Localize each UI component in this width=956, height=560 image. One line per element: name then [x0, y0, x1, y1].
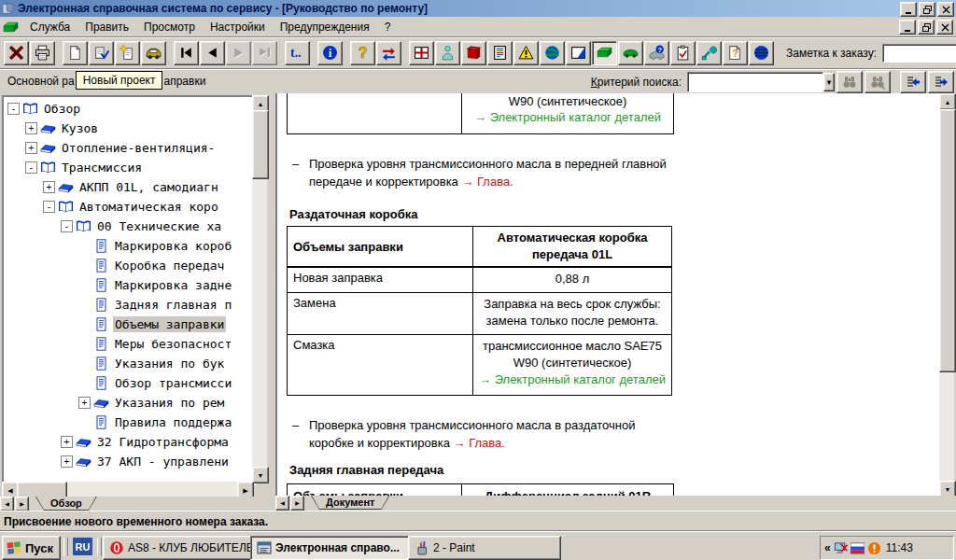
tree-item[interactable]: +Обзор трансмисси: [4, 373, 254, 393]
expand-box-icon[interactable]: +: [78, 397, 91, 409]
tree-item[interactable]: -Трансмиссия: [4, 158, 254, 177]
task-button-2[interactable]: 2 - Paint: [408, 536, 561, 560]
tab-overview[interactable]: Обзор Обзор: [35, 497, 97, 511]
window-grid-icon[interactable]: [409, 41, 434, 65]
order-note-input[interactable]: [882, 44, 956, 63]
list-document-icon[interactable]: [487, 41, 513, 65]
tree-item[interactable]: +Указания по бук: [4, 354, 254, 373]
swap-arrows-icon[interactable]: [376, 41, 401, 65]
collapse-box-icon[interactable]: -: [25, 161, 37, 174]
tree-item[interactable]: +37 АКП - управлени: [4, 452, 254, 471]
person-icon[interactable]: [435, 41, 460, 65]
tree-item[interactable]: +Меры безопасност: [4, 334, 254, 354]
tree-item[interactable]: +32 Гидротрансформа: [4, 432, 254, 452]
tree-item[interactable]: +Маркировка короб: [4, 236, 254, 256]
green-brick-icon[interactable]: [592, 41, 617, 65]
collapse-box-icon[interactable]: -: [7, 103, 20, 115]
collapse-box-icon[interactable]: -: [61, 220, 73, 232]
edit-document-icon[interactable]: [89, 41, 114, 65]
ru-flag-icon[interactable]: [851, 541, 865, 555]
expand-box-icon[interactable]: +: [61, 455, 73, 468]
menu-item-3[interactable]: Настройки: [203, 19, 273, 35]
tree-scroll-thumb[interactable]: [252, 110, 269, 179]
expand-box-icon[interactable]: +: [25, 122, 37, 134]
menu-item-4[interactable]: Предупреждения: [273, 19, 377, 35]
sync-left-icon[interactable]: [900, 71, 926, 93]
panel-splitter[interactable]: [269, 93, 275, 511]
document-vertical-scrollbar[interactable]: ▲ ▼: [939, 93, 954, 496]
doc-tab-scroll-left-icon[interactable]: ◀: [275, 496, 289, 511]
previous-icon[interactable]: [200, 41, 225, 65]
tree-item[interactable]: +Задняя главная п: [4, 295, 254, 315]
network-error-icon[interactable]: [834, 541, 848, 555]
tree-item[interactable]: +Коробка передач: [4, 256, 254, 275]
sync-right-icon[interactable]: [928, 71, 954, 93]
tree-horizontal-scrollbar[interactable]: ◀ ▶: [2, 482, 252, 497]
mdi-restore-icon[interactable]: [918, 20, 935, 35]
document-menu-icon[interactable]: [3, 20, 19, 34]
doc-scroll-thumb[interactable]: [939, 109, 956, 372]
help-icon[interactable]: ?: [350, 41, 375, 65]
expand-box-icon[interactable]: +: [43, 181, 55, 193]
tab-document[interactable]: Документ Документ: [311, 496, 389, 510]
tools-icon[interactable]: [696, 41, 722, 65]
document-question-icon[interactable]: ?: [723, 41, 748, 65]
checklist-icon[interactable]: [670, 41, 696, 65]
tree-item[interactable]: +Маркировка задне: [4, 275, 254, 295]
language-indicator[interactable]: RU: [73, 538, 92, 555]
tab-scroll-right-icon[interactable]: ▶: [15, 497, 29, 511]
minimize-icon[interactable]: [900, 2, 917, 17]
tree-item[interactable]: +Объемы заправки: [4, 315, 254, 334]
combo-dropdown-icon[interactable]: ▼: [823, 73, 835, 91]
mdi-close-icon[interactable]: [936, 20, 953, 35]
chapter-link-2[interactable]: → Глава.: [454, 436, 505, 450]
print-icon[interactable]: [30, 41, 55, 65]
chapter-link[interactable]: → Глава.: [461, 175, 513, 189]
tree-item[interactable]: +АКПП 01L, самодиагн: [4, 177, 254, 197]
tab-scroll-left-icon[interactable]: ◀: [0, 497, 14, 511]
search-input[interactable]: [687, 72, 823, 92]
next-icon[interactable]: [226, 41, 251, 65]
tree-item[interactable]: +Правила поддержа: [4, 413, 254, 432]
info-icon[interactable]: i: [317, 41, 343, 65]
task-button-0[interactable]: AS8 - КЛУБ ЛЮБИТЕЛЕ...: [103, 536, 256, 560]
alert-icon[interactable]: [867, 541, 881, 555]
mdi-minimize-icon[interactable]: [899, 20, 916, 35]
menu-item-1[interactable]: Править: [77, 19, 136, 35]
collapse-box-icon[interactable]: -: [43, 201, 55, 213]
task-button-1[interactable]: Электронная справо...: [250, 536, 413, 560]
new-project-icon[interactable]: [115, 41, 140, 65]
doc-tab-scroll-right-icon[interactable]: ▶: [290, 496, 304, 511]
close-icon[interactable]: [937, 2, 954, 17]
new-document-icon[interactable]: [63, 41, 88, 65]
doc-scroll-up-icon[interactable]: ▲: [939, 93, 956, 110]
scroll-down-icon[interactable]: ▼: [252, 467, 269, 483]
tree-item[interactable]: +Кузов: [4, 119, 254, 138]
expand-box-icon[interactable]: +: [61, 436, 73, 448]
car-info-icon[interactable]: ?: [644, 41, 669, 65]
globe-icon[interactable]: [540, 41, 565, 65]
exit-icon[interactable]: [4, 41, 29, 65]
sphere-icon[interactable]: [749, 41, 774, 65]
first-page-icon[interactable]: [174, 41, 199, 65]
last-page-icon[interactable]: [252, 41, 277, 65]
menu-item-0[interactable]: Служба: [22, 19, 77, 35]
parts-catalog-link[interactable]: → Электронный каталог деталей: [474, 110, 661, 124]
expand-box-icon[interactable]: +: [25, 142, 37, 154]
search-criteria-combobox[interactable]: ▼: [687, 73, 835, 91]
parts-catalog-link[interactable]: → Электронный каталог деталей: [479, 371, 666, 388]
menu-item-5[interactable]: ?: [377, 19, 399, 35]
tree-item[interactable]: -Автоматическая коро: [4, 197, 254, 217]
tray-collapse-icon[interactable]: «: [824, 541, 831, 554]
warning-icon[interactable]: [513, 41, 539, 65]
red-book-icon[interactable]: [461, 41, 486, 65]
split-view-icon[interactable]: [566, 41, 591, 65]
find-in-tree-icon[interactable]: [865, 71, 891, 93]
continue-icon[interactable]: t..: [285, 41, 310, 65]
tree-item[interactable]: +Указания по рем: [4, 393, 254, 413]
green-car-icon[interactable]: [618, 41, 643, 65]
tree-vertical-scrollbar[interactable]: ▲ ▼: [252, 95, 267, 482]
start-button[interactable]: Пуск: [2, 536, 61, 560]
find-icon[interactable]: [836, 71, 863, 93]
restore-icon[interactable]: [919, 2, 935, 17]
